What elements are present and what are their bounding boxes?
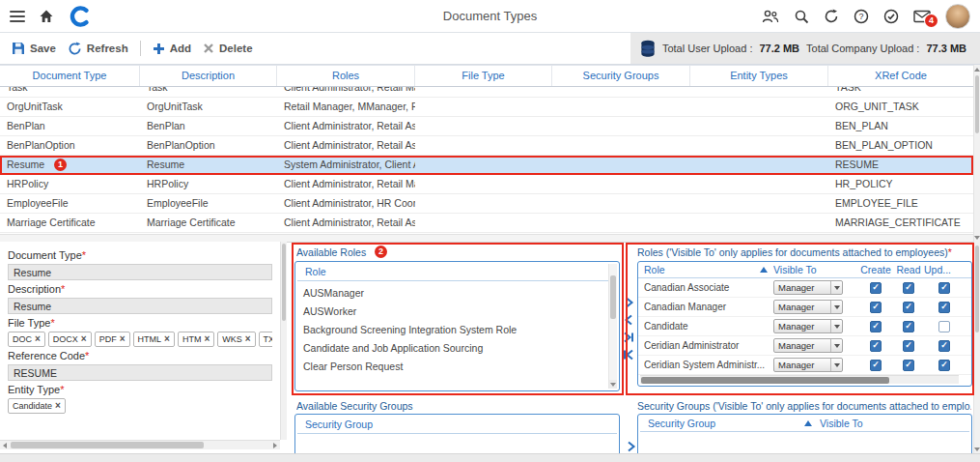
table-row[interactable]: HRPolicy HRPolicy Client Administrator, … [0,175,973,194]
detail-vertical-scrollbar[interactable] [973,242,980,453]
table-row-selected-resume[interactable]: Resume1 Resume System Administrator, Cli… [0,156,973,175]
chip-docx[interactable]: DOCX× [48,332,92,347]
table-row[interactable]: BenPlanOption BenPlanOption Client Admin… [0,136,973,156]
col-create[interactable]: Create [858,264,893,275]
table-row[interactable]: Marriage Certificate Marriage Certificat… [0,214,973,233]
read-checkbox[interactable] [903,360,914,371]
assigned-role-row[interactable]: Ceridian Administrator Manager [638,336,971,356]
chip-remove-icon[interactable]: × [81,334,87,344]
list-item[interactable]: Candidate and Job Application Sourcing [295,339,619,358]
col-xref-code[interactable]: XRef Code [828,66,973,86]
list-item[interactable]: Clear Person Request [295,358,619,376]
list-item[interactable]: AUSManager [295,284,619,303]
col-security-groups[interactable]: Security Groups [552,66,690,86]
chip-remove-icon[interactable]: × [35,334,41,344]
create-checkbox[interactable] [870,340,882,352]
available-roles-scrollbar[interactable] [608,264,617,389]
assigned-role-row[interactable]: Ceridian System Administr... Manager [638,356,971,375]
add-button[interactable]: Add [153,43,191,55]
update-checkbox[interactable] [938,321,950,332]
chip-remove-icon[interactable]: × [164,334,170,344]
update-checkbox[interactable] [938,302,950,313]
save-button[interactable]: Save [12,42,56,55]
col-document-type[interactable]: Document Type [0,66,140,86]
read-checkbox[interactable] [903,302,914,313]
list-item[interactable]: Background Screening Integration System … [295,321,619,339]
col-file-type[interactable]: File Type [415,66,552,86]
visible-to-select[interactable]: Manager [773,280,843,295]
create-checkbox[interactable] [870,360,882,371]
col-role[interactable]: Role [644,264,773,275]
form-vertical-scrollbar[interactable] [280,242,287,440]
update-checkbox[interactable] [938,360,950,371]
update-checkbox[interactable] [938,282,950,294]
col-visible-to[interactable]: Visible To [773,264,858,275]
col-description[interactable]: Description [140,66,277,86]
assigned-role-row[interactable]: Canadian Manager Manager [638,298,971,317]
create-checkbox[interactable] [870,302,882,313]
read-checkbox[interactable] [903,282,914,294]
table-row[interactable]: OrgUnitTask OrgUnitTask Retail Manager, … [0,98,973,117]
security-move-right-icon[interactable] [624,440,637,453]
col-entity-types[interactable]: Entity Types [690,66,828,86]
create-checkbox[interactable] [870,282,882,294]
help-icon[interactable]: ? [854,9,869,24]
ceridian-logo[interactable] [68,4,93,29]
update-checkbox[interactable] [938,340,950,352]
cell-document-type: HRPolicy [0,175,140,193]
grid-vertical-scrollbar[interactable] [973,65,980,242]
description-input[interactable]: Resume [8,298,272,314]
table-row[interactable]: EmployeeFile EmployeeFile Client Adminis… [0,194,973,214]
chip-remove-icon[interactable]: × [55,401,61,411]
grid-horizontal-scrollbar[interactable] [0,234,973,242]
chip-remove-icon[interactable]: × [204,334,210,344]
chip-remove-icon[interactable]: × [120,334,126,344]
document-type-input[interactable]: Resume [8,264,272,280]
available-security-groups-col[interactable]: Security Group [297,415,617,434]
home-icon[interactable] [39,9,54,24]
available-roles-col-role[interactable]: Role [297,262,617,281]
chip-doc[interactable]: DOC× [8,332,45,347]
chip-html[interactable]: HTML× [133,332,175,347]
move-all-right-icon[interactable] [622,331,635,344]
col-update[interactable]: Upd... [924,264,965,275]
table-row[interactable]: BenPlan BenPlan Client Administrator, Re… [0,117,973,136]
chip-txt[interactable]: TXT× [259,332,272,347]
read-checkbox[interactable] [903,321,914,332]
col-visible-to[interactable]: Visible To [820,418,962,429]
assigned-role-row[interactable]: Candidate Manager [638,317,971,336]
assigned-role-row[interactable]: Canadian Associate Manager [638,278,971,298]
create-checkbox[interactable] [870,321,882,332]
visible-to-select[interactable]: Manager [773,358,843,372]
chip-remove-icon[interactable]: × [245,334,251,344]
form-horizontal-scrollbar[interactable] [0,440,280,449]
page-horizontal-scrollbar[interactable] [0,453,980,462]
chip-wks[interactable]: WKS× [217,332,255,347]
move-right-icon[interactable] [622,296,635,309]
assigned-roles-horizontal-scrollbar[interactable] [640,375,959,384]
sync-icon[interactable] [824,9,839,24]
col-roles[interactable]: Roles [277,66,415,86]
chip-htm[interactable]: HTM× [178,332,214,347]
search-icon[interactable] [794,9,809,24]
read-checkbox[interactable] [903,340,914,352]
move-left-icon[interactable] [622,313,635,327]
move-all-left-icon[interactable] [622,348,635,361]
chip-pdf[interactable]: PDF× [95,332,130,347]
visible-to-select[interactable]: Manager [773,300,843,314]
hamburger-menu-icon[interactable] [10,11,25,22]
refresh-button[interactable]: Refresh [68,42,128,56]
chip-candidate[interactable]: Candidate× [8,398,66,414]
delete-button[interactable]: Delete [203,43,253,54]
table-row[interactable]: Task Task Client Administrator, Retail M… [0,87,973,98]
col-security-group[interactable]: Security Group [648,418,820,429]
check-circle-icon[interactable] [883,9,899,24]
admin-users-icon[interactable] [762,9,779,24]
visible-to-select[interactable]: Manager [773,319,843,333]
mail-icon[interactable]: 4 [913,10,931,23]
list-item[interactable]: AUSWorker [295,303,619,321]
reference-code-input[interactable]: RESUME [8,364,272,381]
col-read[interactable]: Read [893,264,924,275]
user-avatar[interactable] [945,4,970,29]
visible-to-select[interactable]: Manager [773,338,843,353]
